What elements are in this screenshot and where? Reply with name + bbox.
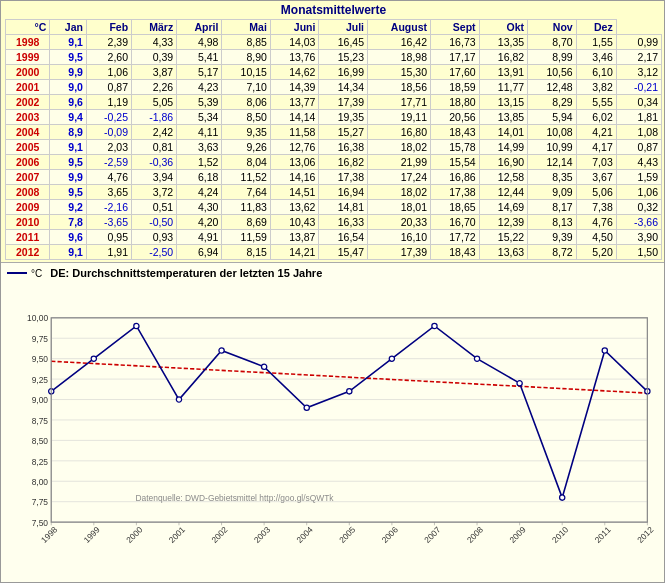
- month-cell: 3,87: [132, 65, 177, 80]
- month-cell: 13,85: [479, 110, 528, 125]
- month-cell: 8,13: [528, 215, 577, 230]
- svg-text:2004: 2004: [294, 524, 315, 545]
- annual-cell: 9,6: [50, 95, 87, 110]
- month-cell: -1,86: [132, 110, 177, 125]
- month-cell: 2,03: [86, 140, 131, 155]
- annual-cell: 9,1: [50, 140, 87, 155]
- month-cell: 1,08: [616, 125, 661, 140]
- month-cell: 5,41: [177, 50, 222, 65]
- month-cell: 16,33: [319, 215, 368, 230]
- svg-point-59: [262, 364, 267, 369]
- year-cell: 2002: [6, 95, 50, 110]
- month-cell: 14,81: [319, 200, 368, 215]
- month-cell: 16,73: [431, 35, 480, 50]
- month-cell: 16,94: [319, 185, 368, 200]
- month-cell: 1,59: [616, 170, 661, 185]
- month-cell: 19,11: [368, 110, 431, 125]
- table-row: 20029,61,195,055,398,0613,7717,3917,7118…: [6, 95, 662, 110]
- month-cell: 8,35: [528, 170, 577, 185]
- month-cell: -2,16: [86, 200, 131, 215]
- month-cell: 0,32: [616, 200, 661, 215]
- year-cell: 2004: [6, 125, 50, 140]
- month-cell: 17,39: [319, 95, 368, 110]
- month-cell: 16,80: [368, 125, 431, 140]
- month-cell: 18,59: [431, 80, 480, 95]
- month-cell: 11,58: [270, 125, 319, 140]
- svg-text:2003: 2003: [252, 524, 273, 545]
- svg-text:2005: 2005: [337, 524, 358, 545]
- annual-cell: 9,9: [50, 65, 87, 80]
- svg-text:7,75: 7,75: [32, 497, 49, 507]
- table-section: Monatsmittelwerte °CJanFebMärzAprilMaiJu…: [1, 1, 665, 262]
- table-row: 20099,2-2,160,514,3011,8313,6214,8118,01…: [6, 200, 662, 215]
- month-cell: 12,39: [479, 215, 528, 230]
- annual-cell: 9,2: [50, 200, 87, 215]
- month-cell: 4,76: [576, 215, 616, 230]
- month-cell: 14,39: [270, 80, 319, 95]
- month-cell: 2,60: [86, 50, 131, 65]
- month-cell: 1,52: [177, 155, 222, 170]
- month-cell: 15,78: [431, 140, 480, 155]
- svg-text:2009: 2009: [507, 524, 528, 545]
- month-cell: -0,21: [616, 80, 661, 95]
- year-cell: 2006: [6, 155, 50, 170]
- month-cell: 8,99: [528, 50, 577, 65]
- month-cell: 12,58: [479, 170, 528, 185]
- month-cell: 1,06: [616, 185, 661, 200]
- svg-text:2007: 2007: [422, 524, 443, 545]
- month-cell: 11,77: [479, 80, 528, 95]
- month-cell: 2,42: [132, 125, 177, 140]
- month-cell: 3,90: [616, 230, 661, 245]
- annual-cell: 9,5: [50, 185, 87, 200]
- month-cell: 5,39: [177, 95, 222, 110]
- month-cell: 16,10: [368, 230, 431, 245]
- month-cell: 8,72: [528, 245, 577, 260]
- table-row: 19989,12,394,334,988,8514,0316,4516,4216…: [6, 35, 662, 50]
- legend-label: °C: [31, 268, 42, 279]
- month-cell: 13,06: [270, 155, 319, 170]
- month-cell: 4,98: [177, 35, 222, 50]
- month-cell: 0,95: [86, 230, 131, 245]
- month-cell: 20,33: [368, 215, 431, 230]
- table-row: 20069,5-2,59-0,361,528,0413,0616,8221,99…: [6, 155, 662, 170]
- year-cell: 2011: [6, 230, 50, 245]
- month-cell: 12,14: [528, 155, 577, 170]
- month-cell: 5,06: [576, 185, 616, 200]
- annual-cell: 9,1: [50, 35, 87, 50]
- month-cell: 6,94: [177, 245, 222, 260]
- month-cell: 17,39: [368, 245, 431, 260]
- month-cell: 16,86: [431, 170, 480, 185]
- month-cell: 0,39: [132, 50, 177, 65]
- col-header-8: August: [368, 20, 431, 35]
- month-cell: 15,22: [479, 230, 528, 245]
- month-cell: 13,87: [270, 230, 319, 245]
- month-cell: 4,30: [177, 200, 222, 215]
- month-cell: 18,02: [368, 185, 431, 200]
- year-cell: 2007: [6, 170, 50, 185]
- col-header-10: Okt: [479, 20, 528, 35]
- table-row: 20059,12,030,813,639,2612,7616,3818,0215…: [6, 140, 662, 155]
- month-cell: 8,70: [528, 35, 577, 50]
- col-header-9: Sept: [431, 20, 480, 35]
- month-cell: 3,12: [616, 65, 661, 80]
- svg-text:8,50: 8,50: [32, 436, 49, 446]
- month-cell: 16,42: [368, 35, 431, 50]
- col-header-6: Juni: [270, 20, 319, 35]
- month-cell: 8,69: [222, 215, 271, 230]
- month-cell: 13,91: [479, 65, 528, 80]
- month-cell: 16,99: [319, 65, 368, 80]
- month-cell: 1,19: [86, 95, 131, 110]
- month-cell: 14,62: [270, 65, 319, 80]
- col-header-7: Juli: [319, 20, 368, 35]
- month-cell: 10,56: [528, 65, 577, 80]
- month-cell: 7,10: [222, 80, 271, 95]
- month-cell: 12,44: [479, 185, 528, 200]
- month-cell: 4,91: [177, 230, 222, 245]
- month-cell: 18,01: [368, 200, 431, 215]
- month-cell: 11,83: [222, 200, 271, 215]
- month-cell: 13,35: [479, 35, 528, 50]
- month-cell: 16,45: [319, 35, 368, 50]
- table-row: 20019,00,872,264,237,1014,3914,3418,5618…: [6, 80, 662, 95]
- month-cell: 11,59: [222, 230, 271, 245]
- annual-cell: 9,0: [50, 80, 87, 95]
